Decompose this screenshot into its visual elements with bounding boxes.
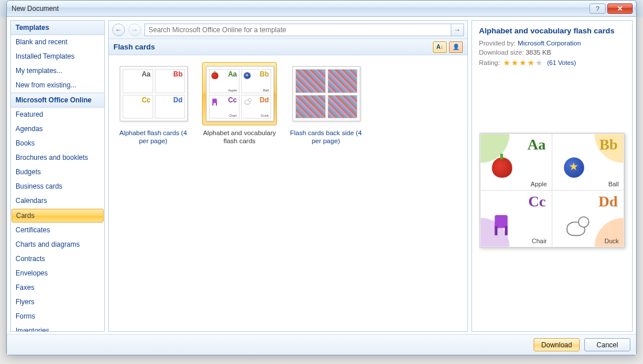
sidebar-item-contracts[interactable]: Contracts xyxy=(11,252,104,266)
preview-panel: Alphabet and vocabulary flash cards Prov… xyxy=(471,20,633,332)
sidebar-item-books[interactable]: Books xyxy=(11,136,104,151)
sidebar-item-faxes[interactable]: Faxes xyxy=(11,281,104,295)
window-title: New Document xyxy=(12,5,59,13)
close-button[interactable]: ✕ xyxy=(607,3,633,14)
help-button[interactable]: ? xyxy=(589,3,606,14)
sidebar-item-envelopes[interactable]: Envelopes xyxy=(11,266,104,281)
sidebar-item-budgets[interactable]: Budgets xyxy=(11,165,104,179)
sidebar-item-calendars[interactable]: Calendars xyxy=(11,194,104,208)
template-gallery: Aa Bb Cc Dd Alphabet flash cards (4 per … xyxy=(109,55,467,331)
download-button[interactable]: Download xyxy=(534,338,580,351)
sidebar-item-cards[interactable]: Cards xyxy=(12,209,104,223)
preview-provided-by: Provided by: Microsoft Corporation xyxy=(479,40,625,47)
new-document-dialog: New Document ? ✕ Templates Blank and rec… xyxy=(6,0,637,355)
template-item[interactable]: Flash cards back side (4 per page) xyxy=(288,62,363,145)
sidebar-item-new-from-existing[interactable]: New from existing... xyxy=(11,78,104,93)
sidebar-item-brochures-and-booklets[interactable]: Brochures and booklets xyxy=(11,151,104,165)
dialog-footer: Download Cancel xyxy=(7,334,636,355)
sidebar-item-agendas[interactable]: Agendas xyxy=(11,122,104,136)
preview-title: Alphabet and vocabulary flash cards xyxy=(479,26,625,35)
sidebar-list[interactable]: Blank and recentInstalled TemplatesMy te… xyxy=(11,35,104,331)
category-header: Flash cards A↓ 👤 xyxy=(109,39,467,55)
sidebar-item-inventories[interactable]: Inventories xyxy=(11,324,104,331)
templates-sidebar: Templates Blank and recentInstalled Temp… xyxy=(10,20,105,332)
sidebar-item-forms[interactable]: Forms xyxy=(11,309,104,324)
gallery-toolbar: ← → → xyxy=(109,21,467,39)
titlebar: New Document ? ✕ xyxy=(7,1,636,17)
nav-forward-button[interactable]: → xyxy=(128,24,141,36)
search-go-button[interactable]: → xyxy=(451,24,463,36)
sidebar-item-my-templates[interactable]: My templates... xyxy=(11,64,104,78)
sidebar-item-charts-and-diagrams[interactable]: Charts and diagrams xyxy=(11,237,104,252)
preview-rating: Rating: ★★★★★ (61 Votes) xyxy=(479,58,625,67)
sidebar-item-microsoft-office-online[interactable]: Microsoft Office Online xyxy=(11,93,104,108)
template-gallery-panel: ← → → Flash cards A↓ 👤 Aa Bb Cc Dd Alpha… xyxy=(108,20,468,332)
customer-submitted-button[interactable]: 👤 xyxy=(449,41,463,53)
nav-back-button[interactable]: ← xyxy=(112,24,125,36)
search-box[interactable]: → xyxy=(144,24,464,36)
search-input[interactable] xyxy=(145,26,451,34)
sidebar-item-certificates[interactable]: Certificates xyxy=(11,223,104,237)
sidebar-item-business-cards[interactable]: Business cards xyxy=(11,179,104,194)
template-item[interactable]: AaApple BbBall CcChair DdDuck Alphabet a… xyxy=(202,62,277,145)
star-icon: ★★★★★ xyxy=(503,58,543,67)
template-item[interactable]: Aa Bb Cc Dd Alphabet flash cards (4 per … xyxy=(116,62,191,145)
sort-button[interactable]: A↓ xyxy=(433,41,447,53)
category-title: Flash cards xyxy=(113,43,155,51)
cancel-button[interactable]: Cancel xyxy=(584,338,630,351)
sidebar-item-blank-and-recent[interactable]: Blank and recent xyxy=(11,35,104,49)
sidebar-item-featured[interactable]: Featured xyxy=(11,108,104,122)
preview-download-size: Download size: 3835 KB xyxy=(479,49,625,56)
sidebar-item-flyers[interactable]: Flyers xyxy=(11,295,104,309)
sidebar-item-installed-templates[interactable]: Installed Templates xyxy=(11,49,104,64)
preview-thumbnail: Aa Apple Bb Ball Cc Chair xyxy=(480,133,625,248)
sidebar-header: Templates xyxy=(11,21,104,35)
